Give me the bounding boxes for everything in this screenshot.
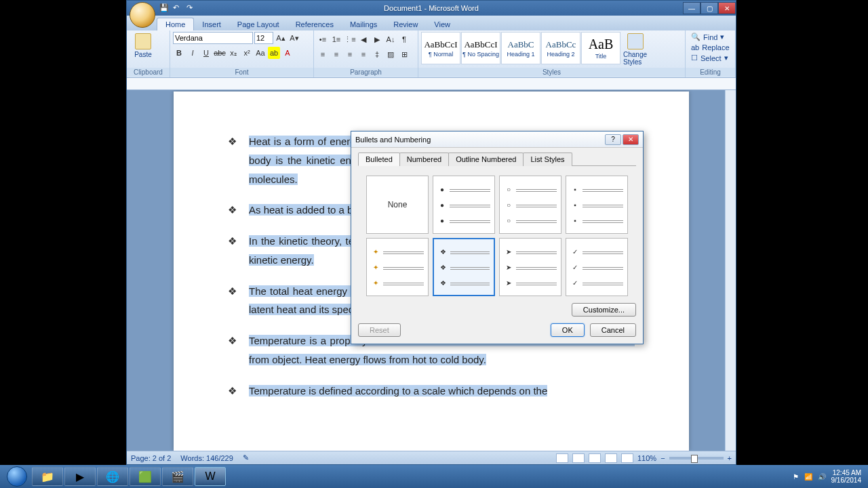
increase-indent-button[interactable]: ▶ — [371, 33, 383, 45]
customize-button[interactable]: Customize... — [572, 303, 636, 317]
tab-references[interactable]: References — [288, 18, 342, 30]
taskbar-chrome[interactable]: 🌐 — [97, 467, 128, 486]
taskbar-word[interactable]: W — [195, 467, 226, 486]
shrink-font-button[interactable]: A▾ — [288, 32, 300, 44]
underline-button[interactable]: U — [200, 47, 212, 59]
multilevel-button[interactable]: ⋮≡ — [344, 33, 356, 45]
titlebar: 💾 ↶ ↷ Document1 - Microsoft Word — ▢ ✕ — [127, 1, 736, 16]
minimize-button[interactable]: — — [683, 2, 701, 14]
undo-icon[interactable]: ↶ — [173, 3, 182, 13]
tab-numbered[interactable]: Numbered — [399, 152, 449, 166]
bullet-option-disc[interactable]: ● ● ● — [433, 176, 495, 234]
taskbar-explorer[interactable]: 📁 — [32, 467, 63, 486]
list-item: Temperature is defined according to a sc… — [249, 385, 547, 396]
sort-button[interactable]: A↓ — [384, 33, 397, 45]
tab-outline-numbered[interactable]: Outline Numbered — [448, 152, 524, 166]
ok-button[interactable]: OK — [551, 323, 585, 337]
show-marks-button[interactable]: ¶ — [398, 33, 410, 45]
web-layout-view[interactable] — [589, 453, 601, 463]
bullet-option-circle[interactable]: ○ ○ ○ — [499, 176, 561, 234]
font-family-input[interactable] — [173, 32, 253, 44]
maximize-button[interactable]: ▢ — [701, 2, 718, 14]
vertical-scrollbar[interactable] — [725, 90, 736, 451]
find-button[interactable]: 🔍 Find ▾ — [688, 32, 732, 42]
window-title: Document1 - Microsoft Word — [384, 4, 479, 12]
dialog-close-button[interactable]: ✕ — [623, 134, 639, 145]
align-center-button[interactable]: ≡ — [330, 48, 342, 60]
taskbar-app1[interactable]: 🟩 — [130, 467, 161, 486]
group-styles: Styles — [418, 68, 685, 77]
ruler[interactable] — [127, 78, 736, 90]
paste-icon — [135, 33, 151, 49]
align-left-button[interactable]: ≡ — [317, 48, 329, 60]
quick-access-toolbar: 💾 ↶ ↷ — [159, 3, 196, 13]
tab-page-layout[interactable]: Page Layout — [229, 18, 288, 30]
page-status[interactable]: Page: 2 of 2 — [131, 454, 171, 462]
zoom-slider[interactable] — [669, 457, 724, 460]
outline-view[interactable] — [605, 453, 617, 463]
paste-button[interactable]: Paste — [130, 32, 157, 60]
font-color-button[interactable]: A — [281, 47, 294, 59]
style-gallery[interactable]: AaBbCcI¶ Normal AaBbCcI¶ No Spacing AaBb… — [421, 32, 620, 64]
bullets-button[interactable]: •≡ — [317, 33, 329, 45]
replace-button[interactable]: ab Replace — [688, 43, 732, 52]
redo-icon[interactable]: ↷ — [186, 3, 196, 13]
tab-mailings[interactable]: Mailings — [342, 18, 385, 30]
draft-view[interactable] — [621, 453, 633, 463]
align-right-button[interactable]: ≡ — [344, 48, 356, 60]
numbering-button[interactable]: 1≡ — [330, 33, 342, 45]
strikethrough-button[interactable]: abc — [214, 47, 226, 59]
grow-font-button[interactable]: A▴ — [275, 32, 287, 44]
tab-insert[interactable]: Insert — [194, 18, 229, 30]
dialog-help-button[interactable]: ? — [605, 134, 621, 145]
ribbon: Paste Clipboard A▴ A▾ B I U abc x₂ — [127, 30, 736, 78]
tab-review[interactable]: Review — [385, 18, 426, 30]
font-size-input[interactable] — [254, 32, 273, 44]
zoom-out-button[interactable]: − — [660, 454, 665, 462]
tab-list-styles[interactable]: List Styles — [523, 152, 572, 166]
justify-button[interactable]: ≡ — [357, 48, 370, 60]
office-button[interactable] — [130, 2, 155, 28]
bullet-option-none[interactable]: None — [366, 176, 429, 234]
dialog-title: Bullets and Numbering — [355, 136, 431, 144]
proofing-icon[interactable]: ✎ — [243, 453, 249, 462]
dialog-titlebar: Bullets and Numbering ? ✕ — [351, 131, 643, 148]
reset-button: Reset — [358, 323, 401, 337]
bullet-option-square[interactable]: ▪ ▪ ▪ — [566, 176, 628, 234]
bullet-option-check[interactable]: ✓ ✓ ✓ — [566, 238, 628, 296]
taskbar-app2[interactable]: 🎬 — [162, 467, 193, 486]
clock[interactable]: 12:45 AM 9/16/2014 — [831, 469, 862, 484]
zoom-in-button[interactable]: + — [728, 454, 732, 462]
close-button[interactable]: ✕ — [718, 2, 736, 14]
print-layout-view[interactable] — [556, 453, 568, 463]
tray-network-icon[interactable]: 📶 — [804, 473, 812, 481]
shading-button[interactable]: ▨ — [384, 48, 397, 60]
highlight-button[interactable]: ab — [268, 47, 280, 59]
line-spacing-button[interactable]: ‡ — [371, 48, 383, 60]
borders-button[interactable]: ⊞ — [398, 48, 410, 60]
tab-bulleted[interactable]: Bulleted — [358, 152, 400, 166]
taskbar-media-player[interactable]: ▶ — [64, 467, 96, 486]
select-button[interactable]: ☐ Select ▾ — [688, 53, 732, 63]
bold-button[interactable]: B — [173, 47, 185, 59]
tab-view[interactable]: View — [426, 18, 458, 30]
tray-flag-icon[interactable]: ⚑ — [793, 473, 799, 481]
subscript-button[interactable]: x₂ — [227, 47, 239, 59]
zoom-level[interactable]: 110% — [637, 454, 656, 462]
tab-home[interactable]: Home — [157, 18, 194, 30]
superscript-button[interactable]: x² — [241, 47, 253, 59]
bullet-option-arrow[interactable]: ➤ ➤ ➤ — [499, 238, 561, 296]
change-case-button[interactable]: Aa — [254, 47, 267, 59]
italic-button[interactable]: I — [186, 47, 199, 59]
tray-volume-icon[interactable]: 🔊 — [818, 473, 826, 481]
cancel-button[interactable]: Cancel — [590, 323, 636, 337]
bullet-option-star[interactable]: ✦ ✦ ✦ — [366, 238, 429, 296]
full-screen-view[interactable] — [572, 453, 585, 463]
start-button[interactable] — [3, 465, 31, 488]
save-icon[interactable]: 💾 — [159, 3, 169, 13]
decrease-indent-button[interactable]: ◀ — [357, 33, 370, 45]
group-clipboard: Clipboard — [127, 68, 170, 77]
word-count[interactable]: Words: 146/229 — [180, 454, 233, 462]
change-styles-button[interactable]: Change Styles — [622, 32, 649, 67]
bullet-option-diamond[interactable]: ❖ ❖ ❖ — [433, 238, 495, 296]
